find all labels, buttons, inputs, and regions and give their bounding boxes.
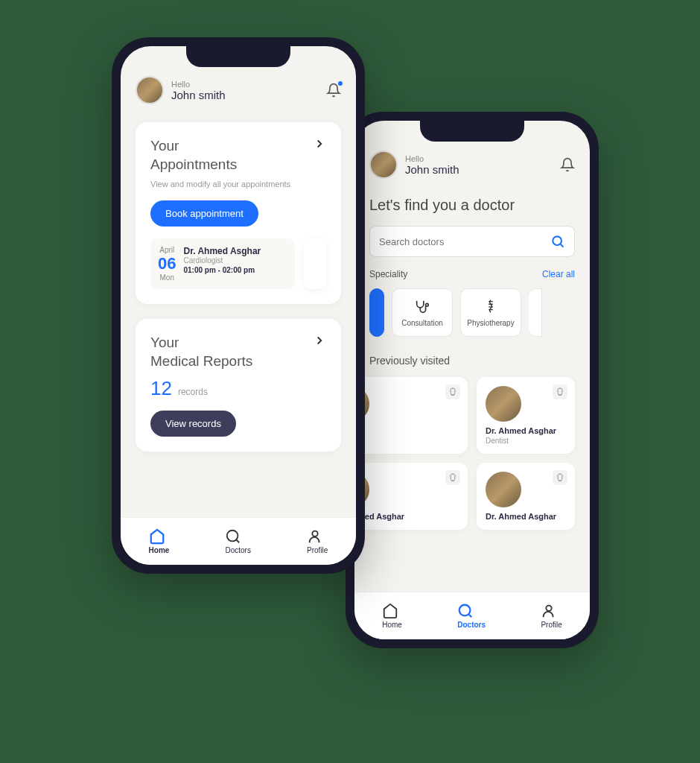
appointments-card: Your Appointments View and modify all yo… [136, 122, 341, 304]
doctor-card[interactable]: Dr. Ahmed Asghar Dentist [477, 377, 575, 454]
nav-label: Doctors [457, 621, 486, 629]
svg-point-2 [426, 303, 429, 306]
svg-point-5 [547, 606, 552, 611]
svg-point-0 [553, 236, 561, 245]
nav-home[interactable]: Home [382, 603, 402, 629]
profile-icon [307, 528, 323, 545]
notification-button[interactable] [560, 157, 575, 172]
doctor-avatar [486, 386, 521, 422]
appt-month: April [158, 246, 176, 254]
book-appointment-button[interactable]: Book appointment [150, 200, 258, 227]
chip-label: Physiotherapy [467, 319, 514, 327]
spine-icon [483, 298, 499, 314]
nav-label: Home [149, 546, 170, 554]
view-records-button[interactable]: View records [150, 411, 236, 437]
user-name: John smith [171, 89, 319, 101]
doctor-card[interactable]: Dr. Ahmed Asghar [354, 463, 468, 530]
greeting-label: Hello [405, 154, 553, 163]
phone-doctors-screen: Hello John smith Let's find you a doctor… [346, 112, 599, 648]
chip-peek[interactable] [529, 288, 542, 337]
search-icon [225, 528, 241, 545]
appt-dow: Mon [158, 273, 176, 282]
notch [420, 121, 524, 142]
chevron-right-icon[interactable] [313, 334, 326, 347]
nav-label: Home [382, 621, 402, 629]
nav-label: Profile [541, 621, 561, 629]
bell-icon [560, 157, 575, 172]
nav-label: Profile [307, 546, 328, 554]
chip-consultation[interactable]: Consultation [392, 288, 453, 337]
appointment-item[interactable]: April 06 Mon Dr. Ahmed Asghar Cardiologi… [150, 238, 295, 289]
specialty-chips: Consultation Physiotherapy [369, 288, 575, 337]
nav-profile[interactable]: Profile [541, 603, 561, 629]
svg-point-6 [227, 531, 238, 542]
speciality-label: Speciality [369, 269, 407, 279]
header: Hello John smith [136, 76, 341, 104]
user-name: John smith [405, 163, 553, 176]
search-input[interactable] [379, 236, 550, 247]
appt-doctor: Dr. Ahmed Asghar [183, 246, 287, 256]
nav-doctors[interactable]: Doctors [457, 603, 486, 629]
bottom-nav: Home Doctors Profile [121, 517, 356, 565]
doctor-card[interactable]: Dr. Ahmed Asghar [477, 463, 575, 530]
doctor-grid: hmed ar Dr. Ahmed Asghar Dentist Dr. Ahm… [369, 377, 575, 530]
doctor-card[interactable]: hmed ar [354, 377, 468, 454]
nav-profile[interactable]: Profile [307, 528, 328, 554]
records-label: records [178, 387, 208, 397]
phone-home-screen: Hello John smith Your Appointments View … [112, 37, 365, 574]
greeting-label: Hello [171, 80, 319, 89]
nav-doctors[interactable]: Doctors [225, 528, 250, 554]
home-icon [382, 603, 398, 619]
chevron-right-icon[interactable] [313, 137, 326, 151]
svg-line-1 [561, 244, 564, 247]
chip-physiotherapy[interactable]: Physiotherapy [460, 288, 521, 337]
notch [186, 46, 290, 67]
appointments-subtitle: View and modify all your appointments [150, 180, 326, 189]
previously-visited-title: Previously visited [369, 355, 575, 367]
clear-all-button[interactable]: Clear all [542, 269, 575, 279]
doctor-specialty: Dentist [486, 437, 566, 445]
screen: Hello John smith Let's find you a doctor… [354, 121, 590, 639]
doctor-name: hmed ar [354, 426, 459, 444]
search-icon [457, 603, 474, 619]
doctor-avatar [486, 472, 521, 507]
doctor-name: Dr. Ahmed Asghar [486, 512, 566, 521]
bottom-nav: Home Doctors Profile [354, 592, 590, 639]
appointment-item-peek[interactable] [304, 238, 326, 289]
nav-label: Doctors [225, 546, 250, 554]
chip-label: Consultation [401, 319, 443, 327]
appt-specialty: Cardiologist [183, 256, 287, 265]
appt-day: 06 [158, 254, 176, 273]
appointments-title: Your Appointments [150, 137, 237, 174]
reports-title: Your Medical Reports [150, 334, 252, 370]
reports-card: Your Medical Reports 12 records View rec… [136, 319, 341, 451]
find-doctor-title: Let's find you a doctor [369, 197, 575, 214]
notification-button[interactable] [326, 83, 341, 98]
chip-selected[interactable] [369, 288, 384, 337]
tooth-icon [553, 470, 567, 485]
appt-time: 01:00 pm - 02:00 pm [183, 266, 287, 274]
tooth-icon [445, 384, 460, 399]
svg-point-8 [312, 531, 317, 536]
svg-point-3 [459, 605, 471, 616]
avatar[interactable] [136, 76, 164, 104]
avatar[interactable] [369, 151, 398, 179]
svg-line-4 [469, 614, 472, 617]
search-icon [550, 234, 565, 249]
home-icon [149, 528, 165, 545]
header: Hello John smith [369, 151, 575, 179]
records-count: 12 [150, 377, 172, 400]
svg-line-7 [237, 539, 240, 542]
stethoscope-icon [414, 298, 430, 314]
tooth-icon [553, 384, 567, 399]
nav-home[interactable]: Home [149, 528, 170, 554]
notification-dot [338, 81, 343, 86]
screen: Hello John smith Your Appointments View … [121, 46, 356, 565]
doctor-name: Dr. Ahmed Asghar [354, 512, 459, 521]
doctor-name: Dr. Ahmed Asghar [486, 426, 566, 435]
profile-icon [541, 603, 557, 619]
tooth-icon [445, 470, 460, 485]
search-field[interactable] [369, 226, 575, 257]
